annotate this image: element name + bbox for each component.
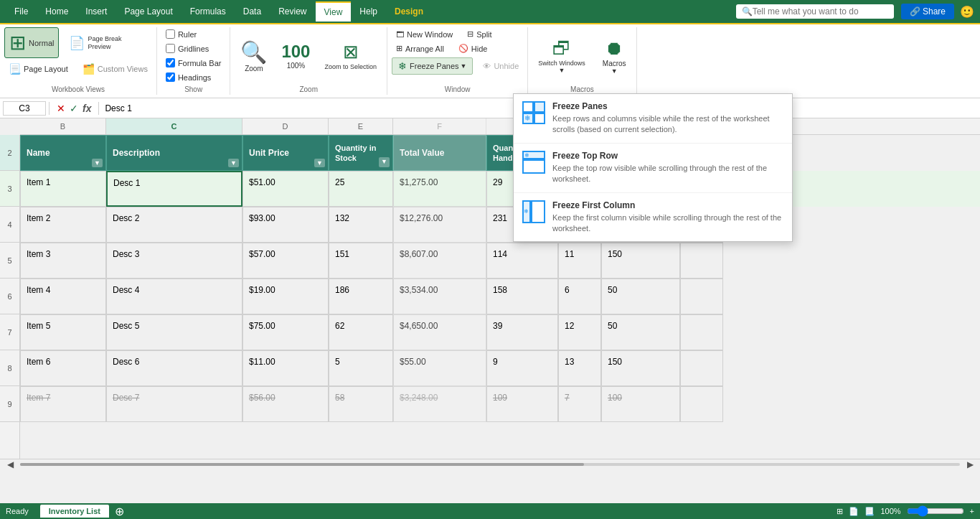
cell-j8[interactable] bbox=[680, 350, 723, 386]
cell-d4[interactable]: $93.00 bbox=[242, 207, 329, 243]
cell-h6[interactable]: 6 bbox=[558, 279, 601, 314]
tab-data[interactable]: Data bbox=[235, 2, 270, 21]
cell-d8[interactable]: $11.00 bbox=[242, 350, 329, 386]
cell-j6[interactable] bbox=[680, 279, 723, 314]
cell-b5[interactable]: Item 3 bbox=[20, 243, 106, 279]
cell-g9[interactable]: 109 bbox=[486, 386, 558, 422]
formula-cancel-icon[interactable]: ✕ bbox=[57, 103, 65, 114]
table-row[interactable]: Item 7 Desc 7 $56.00 58 $3,248.00 109 7 … bbox=[20, 386, 980, 422]
horizontal-scrollbar[interactable]: ◀ ▶ bbox=[0, 459, 980, 469]
cell-d5[interactable]: $57.00 bbox=[242, 243, 329, 279]
header-name-dropdown[interactable]: ▼ bbox=[92, 159, 103, 167]
cell-g5[interactable]: 114 bbox=[486, 243, 558, 279]
view-preview-icon[interactable]: 📃 bbox=[864, 507, 875, 516]
table-row[interactable]: Item 3 Desc 3 $57.00 151 $8,607.00 114 1… bbox=[20, 243, 980, 279]
cell-f9[interactable]: $3,248.00 bbox=[393, 386, 486, 422]
header-unit-price-dropdown[interactable]: ▼ bbox=[314, 159, 325, 167]
cell-b3[interactable]: Item 1 bbox=[20, 171, 106, 207]
cell-j5[interactable] bbox=[680, 243, 723, 279]
cell-e9[interactable]: 58 bbox=[329, 386, 393, 422]
cell-i7[interactable]: 50 bbox=[601, 314, 680, 350]
split-button[interactable]: ⊟ Split bbox=[463, 28, 496, 40]
row-num-8[interactable]: 8 bbox=[0, 350, 19, 386]
cell-i9[interactable]: 100 bbox=[601, 386, 680, 422]
tab-insert[interactable]: Insert bbox=[77, 2, 116, 21]
normal-view-button[interactable]: ⊞ Normal bbox=[4, 27, 59, 58]
col-header-f[interactable]: F bbox=[393, 118, 486, 134]
cell-d3[interactable]: $51.00 bbox=[242, 171, 329, 207]
cell-e7[interactable]: 62 bbox=[329, 314, 393, 350]
cell-j7[interactable] bbox=[680, 314, 723, 350]
tab-page-layout[interactable]: Page Layout bbox=[116, 2, 181, 21]
search-bar[interactable]: 🔍 bbox=[736, 4, 894, 19]
cell-f7[interactable]: $4,650.00 bbox=[393, 314, 486, 350]
headings-checkbox[interactable]: Headings bbox=[161, 71, 215, 83]
arrange-all-button[interactable]: ⊞ Arrange All bbox=[392, 42, 448, 55]
page-break-button[interactable]: 📄 Page Break Preview bbox=[65, 32, 135, 54]
table-row[interactable]: Item 1 Desc 1 $51.00 25 $1,275.00 29 13 … bbox=[20, 171, 980, 207]
cell-c6[interactable]: Desc 4 bbox=[106, 279, 242, 314]
table-row[interactable]: Item 2 Desc 2 $93.00 132 $12,276.00 231 … bbox=[20, 207, 980, 243]
cell-b4[interactable]: Item 2 bbox=[20, 207, 106, 243]
new-window-button[interactable]: 🗔 New Window bbox=[392, 28, 457, 40]
row-num-2[interactable]: 2 bbox=[0, 135, 19, 171]
formula-bar-checkbox[interactable]: Formula Bar bbox=[161, 57, 226, 69]
header-qty-stock-dropdown[interactable]: ▼ bbox=[379, 157, 390, 167]
cell-h5[interactable]: 11 bbox=[558, 243, 601, 279]
cell-e6[interactable]: 186 bbox=[329, 279, 393, 314]
cell-b9[interactable]: Item 7 bbox=[20, 386, 106, 422]
header-description-dropdown[interactable]: ▼ bbox=[228, 159, 239, 167]
cell-reference[interactable] bbox=[3, 101, 46, 116]
cell-e8[interactable]: 5 bbox=[329, 350, 393, 386]
cell-e3[interactable]: 25 bbox=[329, 171, 393, 207]
row-num-6[interactable]: 6 bbox=[0, 279, 19, 314]
zoom-plus-icon[interactable]: + bbox=[970, 507, 974, 515]
cell-b7[interactable]: Item 5 bbox=[20, 314, 106, 350]
cell-h8[interactable]: 13 bbox=[558, 350, 601, 386]
tab-design[interactable]: Design bbox=[386, 2, 432, 21]
zoom-slider[interactable] bbox=[907, 505, 964, 517]
col-header-b[interactable]: B bbox=[20, 118, 106, 134]
freeze-first-column-option[interactable]: ❄ Freeze First Column Keep the first col… bbox=[514, 193, 792, 242]
cell-h7[interactable]: 12 bbox=[558, 314, 601, 350]
switch-windows-button[interactable]: 🗗 Switch Windows ▼ bbox=[532, 34, 591, 77]
row-num-4[interactable]: 4 bbox=[0, 207, 19, 243]
cell-c8[interactable]: Desc 6 bbox=[106, 350, 242, 386]
cell-f8[interactable]: $55.00 bbox=[393, 350, 486, 386]
formula-fx-icon[interactable]: fx bbox=[83, 103, 91, 114]
cell-c9[interactable]: Desc 7 bbox=[106, 386, 242, 422]
row-num-3[interactable]: 3 bbox=[0, 171, 19, 207]
freeze-top-row-option[interactable]: ❄ Freeze Top Row Keep the top row visibl… bbox=[514, 144, 792, 193]
row-num-7[interactable]: 7 bbox=[0, 314, 19, 350]
cell-h9[interactable]: 7 bbox=[558, 386, 601, 422]
col-header-e[interactable]: E bbox=[329, 118, 393, 134]
cell-g6[interactable]: 158 bbox=[486, 279, 558, 314]
zoom-button[interactable]: 🔍 Zoom bbox=[235, 37, 273, 75]
cell-d6[interactable]: $19.00 bbox=[242, 279, 329, 314]
tab-help[interactable]: Help bbox=[351, 2, 386, 21]
cell-j9[interactable] bbox=[680, 386, 723, 422]
col-header-c[interactable]: C bbox=[106, 118, 242, 134]
cell-f3[interactable]: $1,275.00 bbox=[393, 171, 486, 207]
zoom-100-button[interactable]: 100 100% bbox=[275, 39, 316, 73]
row-num-9[interactable]: 9 bbox=[0, 386, 19, 422]
cell-c4[interactable]: Desc 2 bbox=[106, 207, 242, 243]
search-input[interactable] bbox=[753, 6, 882, 17]
share-button[interactable]: 🔗 Share bbox=[901, 4, 954, 19]
page-layout-button[interactable]: 📃 Page Layout bbox=[4, 62, 72, 76]
scroll-right-button[interactable]: ▶ bbox=[963, 459, 977, 469]
cell-f5[interactable]: $8,607.00 bbox=[393, 243, 486, 279]
cell-f4[interactable]: $12,276.00 bbox=[393, 207, 486, 243]
col-header-d[interactable]: D bbox=[242, 118, 329, 134]
view-layout-icon[interactable]: 📄 bbox=[849, 507, 859, 516]
gridlines-checkbox[interactable]: Gridlines bbox=[161, 42, 213, 55]
freeze-panes-button[interactable]: ❄ Freeze Panes ▼ bbox=[392, 57, 473, 75]
scroll-left-button[interactable]: ◀ bbox=[3, 459, 17, 469]
table-row[interactable]: Item 5 Desc 5 $75.00 62 $4,650.00 39 12 … bbox=[20, 314, 980, 350]
cell-c5[interactable]: Desc 3 bbox=[106, 243, 242, 279]
custom-views-button[interactable]: 🗂️ Custom Views bbox=[78, 62, 152, 76]
unhide-button[interactable]: 👁 Unhide bbox=[479, 60, 523, 72]
cell-i6[interactable]: 50 bbox=[601, 279, 680, 314]
cell-e5[interactable]: 151 bbox=[329, 243, 393, 279]
row-num-5[interactable]: 5 bbox=[0, 243, 19, 279]
